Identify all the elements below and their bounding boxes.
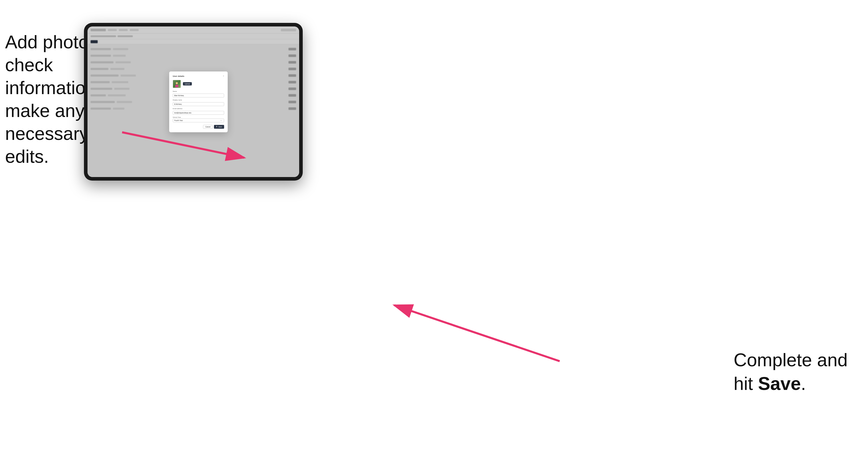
- save-icon: ⬆: [216, 126, 218, 128]
- annotation-right: Complete and hit Save.: [734, 348, 848, 396]
- svg-line-2: [394, 305, 560, 361]
- cancel-button[interactable]: Cancel: [203, 125, 213, 129]
- email-field: Email address: [173, 108, 224, 115]
- avatar-figure: [175, 82, 178, 87]
- school-year-select[interactable]: [173, 119, 224, 122]
- avatar-head: [176, 82, 178, 84]
- name-field: Name: [173, 91, 224, 97]
- avatar: [173, 80, 181, 88]
- user-details-modal: User details × Upload: [169, 71, 228, 132]
- email-label: Email address: [173, 108, 224, 110]
- save-label: Save: [218, 126, 222, 128]
- save-button[interactable]: ⬆ Save: [214, 125, 224, 129]
- avatar-body: [175, 85, 178, 87]
- modal-header: User details ×: [173, 75, 224, 77]
- modal-title: User details: [173, 75, 184, 77]
- clear-icon[interactable]: ×: [221, 120, 222, 121]
- close-icon[interactable]: ×: [223, 75, 224, 77]
- modal-footer: Cancel ⬆ Save: [173, 125, 224, 129]
- modal-overlay: User details × Upload: [88, 27, 299, 177]
- tablet-screen: User details × Upload: [88, 27, 299, 177]
- school-year-field: School Year × ⌃: [173, 117, 224, 122]
- display-name-label: Display name: [173, 99, 224, 101]
- select-icons: × ⌃: [221, 120, 223, 121]
- school-year-label: School Year: [173, 117, 224, 118]
- tablet-device: User details × Upload: [84, 23, 303, 181]
- photo-section: Upload: [173, 80, 224, 88]
- chevron-down-icon: ⌃: [222, 120, 223, 121]
- name-input[interactable]: [173, 94, 224, 97]
- display-name-field: Display name: [173, 99, 224, 106]
- email-input[interactable]: [173, 111, 224, 115]
- school-year-select-wrapper: × ⌃: [173, 119, 224, 122]
- upload-photo-button[interactable]: Upload: [183, 82, 192, 86]
- display-name-input[interactable]: [173, 102, 224, 106]
- avatar-image: [173, 80, 181, 88]
- name-label: Name: [173, 91, 224, 92]
